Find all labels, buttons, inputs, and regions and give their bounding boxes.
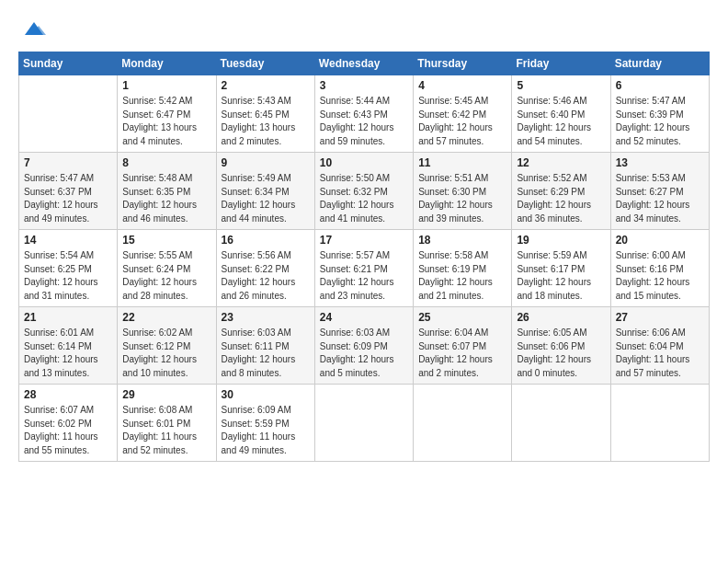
calendar-cell	[414, 385, 512, 462]
calendar-cell: 26Sunrise: 6:05 AMSunset: 6:06 PMDayligh…	[512, 307, 610, 385]
day-info: Sunrise: 5:53 AMSunset: 6:27 PMDaylight:…	[616, 172, 704, 225]
day-info: Sunrise: 6:08 AMSunset: 6:01 PMDaylight:…	[122, 404, 210, 457]
calendar-cell	[19, 75, 118, 153]
day-number: 16	[222, 234, 310, 247]
day-number: 22	[122, 311, 210, 324]
calendar-cell: 7Sunrise: 5:47 AMSunset: 6:37 PMDaylight…	[19, 153, 118, 230]
calendar-cell: 25Sunrise: 6:04 AMSunset: 6:07 PMDayligh…	[414, 307, 512, 385]
day-number: 9	[222, 156, 310, 169]
day-number: 8	[122, 156, 210, 169]
calendar-cell: 23Sunrise: 6:03 AMSunset: 6:11 PMDayligh…	[216, 307, 314, 385]
day-number: 20	[616, 234, 704, 247]
day-info: Sunrise: 5:49 AMSunset: 6:34 PMDaylight:…	[222, 172, 310, 225]
day-number: 12	[517, 156, 605, 169]
day-info: Sunrise: 5:50 AMSunset: 6:32 PMDaylight:…	[320, 172, 408, 225]
weekday-header-tuesday: Tuesday	[216, 52, 314, 75]
day-info: Sunrise: 6:04 AMSunset: 6:07 PMDaylight:…	[418, 327, 506, 380]
day-number: 30	[222, 388, 310, 401]
calendar-cell: 16Sunrise: 5:56 AMSunset: 6:22 PMDayligh…	[216, 230, 314, 307]
calendar-cell: 8Sunrise: 5:48 AMSunset: 6:35 PMDaylight…	[118, 153, 216, 230]
calendar-cell: 2Sunrise: 5:43 AMSunset: 6:45 PMDaylight…	[216, 75, 314, 153]
day-info: Sunrise: 6:02 AMSunset: 6:12 PMDaylight:…	[122, 327, 210, 380]
weekday-header-friday: Friday	[512, 52, 610, 75]
day-number: 6	[616, 79, 704, 92]
calendar-cell	[314, 385, 413, 462]
calendar-week-row: 1Sunrise: 5:42 AMSunset: 6:47 PMDaylight…	[19, 75, 710, 153]
page: SundayMondayTuesdayWednesdayThursdayFrid…	[0, 0, 728, 563]
calendar-cell: 11Sunrise: 5:51 AMSunset: 6:30 PMDayligh…	[414, 153, 512, 230]
day-number: 26	[517, 311, 605, 324]
calendar-cell: 6Sunrise: 5:47 AMSunset: 6:39 PMDaylight…	[610, 75, 709, 153]
day-number: 3	[320, 79, 408, 92]
day-info: Sunrise: 6:07 AMSunset: 6:02 PMDaylight:…	[24, 404, 112, 457]
day-number: 27	[616, 311, 704, 324]
weekday-header-wednesday: Wednesday	[314, 52, 413, 75]
logo-icon	[20, 15, 48, 42]
calendar-cell: 22Sunrise: 6:02 AMSunset: 6:12 PMDayligh…	[118, 307, 216, 385]
calendar-week-row: 7Sunrise: 5:47 AMSunset: 6:37 PMDaylight…	[19, 153, 710, 230]
logo	[18, 15, 48, 42]
calendar-cell: 21Sunrise: 6:01 AMSunset: 6:14 PMDayligh…	[19, 307, 118, 385]
weekday-header-monday: Monday	[118, 52, 216, 75]
calendar-body: 1Sunrise: 5:42 AMSunset: 6:47 PMDaylight…	[19, 75, 710, 462]
calendar-cell: 9Sunrise: 5:49 AMSunset: 6:34 PMDaylight…	[216, 153, 314, 230]
calendar-cell: 10Sunrise: 5:50 AMSunset: 6:32 PMDayligh…	[314, 153, 413, 230]
day-number: 5	[517, 79, 605, 92]
calendar-cell: 13Sunrise: 5:53 AMSunset: 6:27 PMDayligh…	[610, 153, 709, 230]
day-info: Sunrise: 6:03 AMSunset: 6:09 PMDaylight:…	[320, 327, 408, 380]
weekday-header-saturday: Saturday	[610, 52, 709, 75]
day-info: Sunrise: 5:58 AMSunset: 6:19 PMDaylight:…	[418, 249, 506, 303]
day-number: 28	[24, 388, 112, 401]
weekday-header-sunday: Sunday	[19, 52, 118, 75]
day-info: Sunrise: 5:51 AMSunset: 6:30 PMDaylight:…	[418, 172, 506, 225]
day-info: Sunrise: 6:06 AMSunset: 6:04 PMDaylight:…	[616, 327, 704, 380]
calendar-cell: 17Sunrise: 5:57 AMSunset: 6:21 PMDayligh…	[314, 230, 413, 307]
day-info: Sunrise: 5:46 AMSunset: 6:40 PMDaylight:…	[517, 95, 605, 148]
day-number: 29	[122, 388, 210, 401]
calendar-table: SundayMondayTuesdayWednesdayThursdayFrid…	[18, 52, 710, 462]
calendar-cell: 15Sunrise: 5:55 AMSunset: 6:24 PMDayligh…	[118, 230, 216, 307]
calendar-header: SundayMondayTuesdayWednesdayThursdayFrid…	[19, 52, 710, 75]
calendar-week-row: 28Sunrise: 6:07 AMSunset: 6:02 PMDayligh…	[19, 385, 710, 462]
day-info: Sunrise: 5:44 AMSunset: 6:43 PMDaylight:…	[320, 95, 408, 148]
weekday-header-thursday: Thursday	[414, 52, 512, 75]
calendar-cell: 28Sunrise: 6:07 AMSunset: 6:02 PMDayligh…	[19, 385, 118, 462]
day-number: 11	[418, 156, 506, 169]
day-info: Sunrise: 5:45 AMSunset: 6:42 PMDaylight:…	[418, 95, 506, 148]
day-info: Sunrise: 6:03 AMSunset: 6:11 PMDaylight:…	[222, 327, 310, 380]
day-number: 21	[24, 311, 112, 324]
calendar-cell: 30Sunrise: 6:09 AMSunset: 5:59 PMDayligh…	[216, 385, 314, 462]
calendar-cell	[512, 385, 610, 462]
calendar-cell: 24Sunrise: 6:03 AMSunset: 6:09 PMDayligh…	[314, 307, 413, 385]
day-number: 18	[418, 234, 506, 247]
calendar-cell: 27Sunrise: 6:06 AMSunset: 6:04 PMDayligh…	[610, 307, 709, 385]
day-number: 14	[24, 234, 112, 247]
day-number: 24	[320, 311, 408, 324]
day-info: Sunrise: 5:56 AMSunset: 6:22 PMDaylight:…	[222, 249, 310, 303]
day-number: 7	[24, 156, 112, 169]
day-info: Sunrise: 6:00 AMSunset: 6:16 PMDaylight:…	[616, 249, 704, 303]
day-info: Sunrise: 5:47 AMSunset: 6:37 PMDaylight:…	[24, 172, 112, 225]
header	[18, 15, 710, 42]
calendar-cell: 4Sunrise: 5:45 AMSunset: 6:42 PMDaylight…	[414, 75, 512, 153]
day-number: 15	[122, 234, 210, 247]
calendar-week-row: 21Sunrise: 6:01 AMSunset: 6:14 PMDayligh…	[19, 307, 710, 385]
day-number: 23	[222, 311, 310, 324]
calendar-cell: 29Sunrise: 6:08 AMSunset: 6:01 PMDayligh…	[118, 385, 216, 462]
day-number: 19	[517, 234, 605, 247]
day-info: Sunrise: 5:47 AMSunset: 6:39 PMDaylight:…	[616, 95, 704, 148]
day-info: Sunrise: 5:59 AMSunset: 6:17 PMDaylight:…	[517, 249, 605, 303]
weekday-header-row: SundayMondayTuesdayWednesdayThursdayFrid…	[19, 52, 710, 75]
calendar-week-row: 14Sunrise: 5:54 AMSunset: 6:25 PMDayligh…	[19, 230, 710, 307]
day-info: Sunrise: 5:43 AMSunset: 6:45 PMDaylight:…	[222, 95, 310, 148]
day-info: Sunrise: 6:01 AMSunset: 6:14 PMDaylight:…	[24, 327, 112, 380]
calendar-cell: 19Sunrise: 5:59 AMSunset: 6:17 PMDayligh…	[512, 230, 610, 307]
day-info: Sunrise: 5:57 AMSunset: 6:21 PMDaylight:…	[320, 249, 408, 303]
calendar-cell: 1Sunrise: 5:42 AMSunset: 6:47 PMDaylight…	[118, 75, 216, 153]
day-info: Sunrise: 5:55 AMSunset: 6:24 PMDaylight:…	[122, 249, 210, 303]
day-info: Sunrise: 6:09 AMSunset: 5:59 PMDaylight:…	[222, 404, 310, 457]
calendar-cell: 14Sunrise: 5:54 AMSunset: 6:25 PMDayligh…	[19, 230, 118, 307]
calendar-cell: 12Sunrise: 5:52 AMSunset: 6:29 PMDayligh…	[512, 153, 610, 230]
day-info: Sunrise: 5:52 AMSunset: 6:29 PMDaylight:…	[517, 172, 605, 225]
day-info: Sunrise: 5:42 AMSunset: 6:47 PMDaylight:…	[122, 95, 210, 148]
